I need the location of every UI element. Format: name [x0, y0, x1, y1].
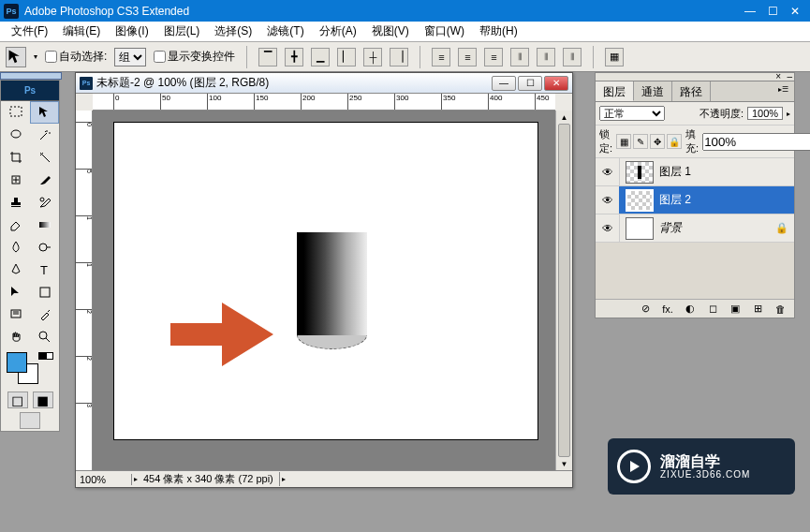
move-tool-icon[interactable]	[6, 47, 26, 67]
layer-row[interactable]: 👁 图层 2	[596, 186, 794, 214]
menu-window[interactable]: 窗口(W)	[417, 23, 472, 39]
toolbox-grip[interactable]	[0, 72, 62, 80]
vertical-scrollbar[interactable]: ▲ ▼	[555, 111, 572, 470]
slice-tool[interactable]	[30, 146, 59, 169]
eraser-tool[interactable]	[1, 214, 30, 236]
window-minimize-button[interactable]: —	[739, 3, 761, 20]
adjustment-layer-icon[interactable]: ◻	[704, 303, 721, 315]
scroll-down-icon[interactable]: ▼	[556, 457, 572, 470]
blend-mode-select[interactable]: 正常	[599, 106, 665, 121]
blur-tool[interactable]	[1, 236, 30, 259]
distribute-hcenter-icon[interactable]: ⦀	[537, 48, 555, 66]
history-brush-tool[interactable]	[30, 191, 59, 214]
screen-mode-icon[interactable]	[20, 412, 40, 429]
canvas[interactable]	[113, 122, 538, 440]
brush-tool[interactable]	[30, 169, 59, 191]
layer-mask-icon[interactable]: ◐	[682, 303, 699, 315]
lock-all-icon[interactable]: 🔒	[667, 134, 682, 149]
menu-layer[interactable]: 图层(L)	[156, 23, 208, 39]
tab-layers[interactable]: 图层	[596, 81, 634, 101]
layer-row[interactable]: 👁 图层 1	[596, 158, 794, 186]
fill-field[interactable]	[702, 133, 810, 151]
zoom-field[interactable]: 100%	[76, 474, 132, 485]
show-transform-checkbox[interactable]: 显示变换控件	[154, 49, 235, 65]
crop-tool[interactable]	[1, 146, 30, 169]
align-hcenter-icon[interactable]: ┼	[363, 48, 382, 66]
doc-maximize-button[interactable]: ☐	[518, 76, 542, 91]
scrollbar-thumb[interactable]	[558, 124, 570, 457]
visibility-toggle-icon[interactable]: 👁	[596, 214, 620, 242]
shape-tool[interactable]	[30, 281, 59, 303]
align-bottom-icon[interactable]: ▁	[311, 48, 330, 66]
align-right-icon[interactable]: ▕	[390, 48, 408, 66]
distribute-top-icon[interactable]: ≡	[432, 48, 450, 66]
path-selection-tool[interactable]	[1, 281, 30, 303]
opacity-field[interactable]	[747, 107, 783, 120]
foreground-color-swatch[interactable]	[7, 352, 27, 373]
scroll-up-icon[interactable]: ▲	[556, 111, 572, 124]
document-titlebar[interactable]: Ps 未标题-2 @ 100% (图层 2, RGB/8) — ☐ ✕	[76, 73, 572, 94]
layer-name[interactable]: 图层 2	[659, 192, 794, 208]
move-tool[interactable]	[30, 101, 59, 124]
layer-thumbnail[interactable]	[626, 161, 654, 184]
standard-mode-icon[interactable]: ◻	[7, 392, 28, 408]
hand-tool[interactable]	[1, 326, 30, 348]
pen-tool[interactable]	[1, 259, 30, 281]
dodge-tool[interactable]	[30, 236, 59, 259]
menu-file[interactable]: 文件(F)	[4, 23, 55, 39]
distribute-bottom-icon[interactable]: ≡	[484, 48, 503, 66]
opacity-slider-icon[interactable]: ▸	[787, 110, 790, 118]
gradient-tool[interactable]	[30, 214, 59, 236]
doc-close-button[interactable]: ✕	[544, 76, 568, 91]
visibility-toggle-icon[interactable]: 👁	[596, 186, 620, 214]
distribute-left-icon[interactable]: ⦀	[510, 48, 529, 66]
canvas-area[interactable]	[93, 111, 555, 470]
layer-name[interactable]: 背景	[659, 220, 775, 236]
stamp-tool[interactable]	[1, 191, 30, 214]
panel-grip[interactable]: × –	[595, 72, 795, 81]
layer-effects-icon[interactable]: fx.	[659, 303, 676, 315]
lock-pixels-icon[interactable]: ✎	[633, 134, 648, 149]
marquee-tool[interactable]	[1, 101, 30, 124]
delete-layer-icon[interactable]: 🗑	[772, 303, 788, 315]
distribute-right-icon[interactable]: ⦀	[563, 48, 582, 66]
menu-help[interactable]: 帮助(H)	[472, 23, 525, 39]
link-layers-icon[interactable]: ⊘	[637, 303, 654, 315]
notes-tool[interactable]	[1, 303, 30, 326]
auto-select-checkbox[interactable]: 自动选择:	[45, 49, 107, 65]
tab-channels[interactable]: 通道	[634, 81, 672, 101]
workspace-icon[interactable]: ▦	[605, 48, 624, 66]
menu-analysis[interactable]: 分析(A)	[312, 23, 364, 39]
eyedropper-tool[interactable]	[30, 303, 59, 326]
align-left-icon[interactable]: ▏	[337, 48, 356, 66]
layer-thumbnail[interactable]	[626, 217, 654, 240]
visibility-toggle-icon[interactable]: 👁	[596, 158, 620, 185]
distribute-vcenter-icon[interactable]: ≡	[458, 48, 477, 66]
menu-filter[interactable]: 滤镜(T)	[259, 23, 311, 39]
layer-row[interactable]: 👁 背景 🔒	[596, 214, 794, 243]
menu-edit[interactable]: 编辑(E)	[55, 23, 108, 39]
menu-view[interactable]: 视图(V)	[364, 23, 417, 39]
layer-group-icon[interactable]: ▣	[727, 303, 744, 315]
layer-thumbnail[interactable]	[626, 189, 654, 212]
doc-minimize-button[interactable]: —	[492, 76, 516, 91]
align-top-icon[interactable]: ▔	[258, 48, 277, 66]
panel-menu-icon[interactable]: ▸☰	[773, 81, 794, 101]
window-maximize-button[interactable]: ☐	[761, 3, 784, 20]
swap-colors-icon[interactable]	[38, 352, 53, 360]
layer-name[interactable]: 图层 1	[659, 164, 794, 180]
new-layer-icon[interactable]: ⊞	[749, 303, 766, 315]
menu-image[interactable]: 图像(I)	[108, 23, 155, 39]
lock-transparency-icon[interactable]: ▦	[616, 134, 631, 149]
color-swatches[interactable]	[1, 348, 59, 390]
magic-wand-tool[interactable]	[30, 124, 59, 146]
window-close-button[interactable]: ✕	[784, 3, 806, 20]
menu-select[interactable]: 选择(S)	[207, 23, 259, 39]
type-tool[interactable]: T	[30, 259, 59, 281]
lock-position-icon[interactable]: ✥	[650, 134, 665, 149]
auto-select-type[interactable]: 组	[114, 48, 146, 66]
panel-minimize-icon[interactable]: –	[787, 71, 792, 81]
lasso-tool[interactable]	[1, 124, 30, 146]
align-vcenter-icon[interactable]: ╋	[285, 48, 303, 66]
panel-close-icon[interactable]: ×	[775, 71, 781, 81]
